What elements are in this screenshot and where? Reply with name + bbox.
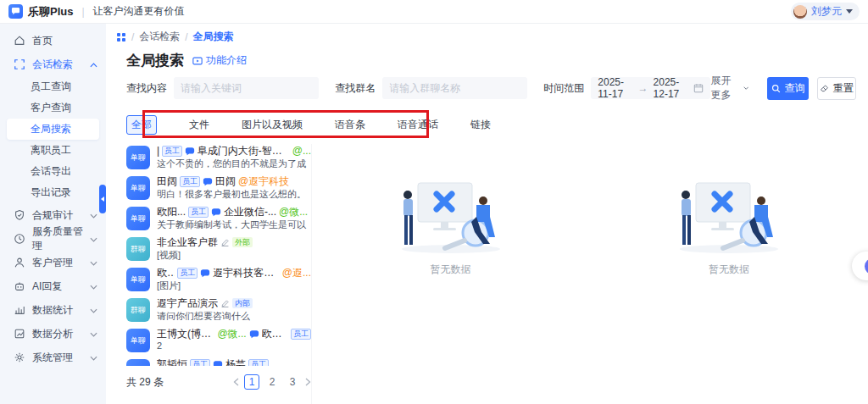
- sidebar-sub-label: 全局搜索: [31, 122, 71, 136]
- app-name: 乐聊Plus: [28, 4, 73, 19]
- group-name-label: 查找群名: [335, 81, 376, 96]
- sidebar-item-system-management[interactable]: 系统管理: [0, 346, 106, 369]
- sidebar-sub-label: 员工查询: [31, 80, 71, 94]
- list-item[interactable]: 群聊遐宇产品演示内部请问你们想要咨询什么: [126, 296, 311, 327]
- chat-type-avatar: 单聊: [126, 268, 150, 291]
- sidebar-item-label: AI回复: [32, 279, 62, 294]
- sidebar-item-label: 首页: [32, 34, 53, 48]
- chat-title-text: 遐宇科技客服...: [213, 266, 280, 279]
- chat-title: 遐宇产品演示内部: [157, 296, 311, 310]
- help-icon: [865, 258, 868, 274]
- group-name-input[interactable]: [382, 77, 527, 99]
- collapse-arrow-icon: [101, 196, 104, 202]
- list-item[interactable]: 单聊欧阳...员工企业微信-...@微...关于教师编制考试，大四学生是可以: [126, 205, 311, 235]
- sidebar-item-session-search[interactable]: 会话检索: [0, 53, 106, 76]
- chat-snippet: 关于教师编制考试，大四学生是可以: [157, 219, 311, 231]
- chat-title-text: 企业微信-...: [224, 205, 276, 219]
- list-item[interactable]: 单聊郭韬恒员工杨芸员工: [126, 357, 311, 366]
- sidebar-item-service-quality[interactable]: 服务质量管理: [0, 227, 106, 251]
- tab-links[interactable]: 链接: [470, 118, 491, 132]
- app-logo: 乐聊Plus: [8, 4, 73, 19]
- user-menu[interactable]: 刘梦元: [791, 3, 860, 20]
- sidebar-item-session-export[interactable]: 会话导出: [0, 161, 106, 182]
- sidebar-item-global-search[interactable]: 全局搜索: [7, 119, 99, 140]
- staff-badge: 员工: [291, 329, 311, 340]
- sidebar-item-export-records[interactable]: 导出记录: [0, 182, 106, 203]
- sidebar: 首页 会话检索 员工查询 客户查询 全局搜索 离职员工 会话导出 导出记录 合规…: [0, 24, 106, 404]
- main-content: / 会话检索 / 全局搜索 全局搜索 功能介绍 查找内容 查找群名 时间范围 2…: [106, 24, 868, 404]
- chat-snippet: 这个不贵的，您的目的不就是为了成: [157, 158, 311, 170]
- sidebar-item-departed-staff[interactable]: 离职员工: [0, 140, 106, 161]
- chat-result-column: 单聊|员工阜成门内大街-智能物...@...这个不贵的，您的目的不就是为了成单聊…: [118, 144, 311, 404]
- content-search-input[interactable]: [174, 77, 319, 99]
- list-item[interactable]: 单聊欧...员工遐宇科技客服...@遐...[图片]: [126, 266, 311, 296]
- chat-title-text: 遐宇产品演示: [157, 296, 218, 310]
- list-item[interactable]: 单聊田阔员工田阔@遐宇科技明白！很多客户最初也是这么想的。: [126, 174, 311, 205]
- sidebar-item-compliance-audit[interactable]: 合规审计: [0, 203, 106, 227]
- user-caret-down-icon: [846, 9, 853, 14]
- date-start: 2025-11-17: [598, 76, 632, 100]
- sidebar-sub-label: 导出记录: [31, 185, 71, 200]
- chat-snippet: [图片]: [157, 279, 311, 292]
- chat-logo-icon: [8, 4, 23, 19]
- mention: @遐宇科技: [238, 174, 289, 188]
- search-button[interactable]: 查询: [767, 77, 809, 100]
- page-button-3[interactable]: 3: [285, 374, 300, 390]
- chat-title-text: 阜成门内大街-智能物...: [198, 144, 290, 158]
- chat-text: |员工阜成门内大街-智能物...@...这个不贵的，您的目的不就是为了成: [157, 144, 311, 170]
- tab-voice-calls[interactable]: 语音通话: [398, 118, 438, 132]
- list-item[interactable]: 单聊王博文(博文...@微...欧阳...员工2: [126, 327, 311, 357]
- list-item[interactable]: 单聊|员工阜成门内大街-智能物...@...这个不贵的，您的目的不就是为了成: [126, 144, 311, 174]
- chat-title-text: 郭韬恒: [157, 357, 187, 366]
- sidebar-item-employee-query[interactable]: 员工查询: [0, 76, 106, 97]
- home-icon: [14, 35, 25, 47]
- next-page-icon[interactable]: [305, 378, 311, 386]
- reset-button[interactable]: 重置: [817, 77, 856, 100]
- page-button-1[interactable]: 1: [244, 374, 259, 390]
- gear-icon: [14, 351, 25, 363]
- result-type-tabs: 全部 文件 图片以及视频 语音条 语音通话 链接: [126, 115, 491, 135]
- empty-panel-2: 暂无数据: [589, 144, 868, 404]
- sidebar-item-ai-reply[interactable]: AI回复: [0, 274, 106, 298]
- content-label: 查找内容: [126, 81, 167, 96]
- date-end: 2025-12-17: [654, 76, 689, 100]
- grid-icon[interactable]: [116, 32, 126, 42]
- sidebar-sub-label: 离职员工: [31, 143, 71, 158]
- staff-badge: 员工: [188, 207, 209, 218]
- chat-type-avatar: 单聊: [126, 176, 150, 200]
- tab-voice-clips[interactable]: 语音条: [335, 118, 365, 132]
- user-avatar: [793, 5, 807, 19]
- shield-icon: [14, 209, 25, 221]
- breadcrumb: / 会话检索 / 全局搜索: [116, 30, 234, 44]
- chat-type-avatar: 群聊: [126, 237, 150, 261]
- chart-icon: [14, 304, 25, 316]
- feature-intro-link[interactable]: 功能介绍: [192, 53, 247, 68]
- total-count: 共 29 条: [126, 375, 164, 390]
- page-header: 全局搜索 功能介绍: [126, 51, 247, 70]
- prev-page-icon[interactable]: [233, 378, 239, 386]
- sidebar-collapse-handle[interactable]: [99, 185, 106, 213]
- wechat-icon: [249, 329, 259, 339]
- edit-icon: [220, 238, 230, 247]
- sidebar-item-label: 合规审计: [32, 208, 73, 223]
- analytics-icon: [14, 328, 25, 340]
- sidebar-item-customer-management[interactable]: 客户管理: [0, 251, 106, 274]
- chat-title: 欧阳...员工企业微信-...@微...: [157, 205, 311, 219]
- sidebar-item-customer-query[interactable]: 客户查询: [0, 97, 106, 119]
- chat-title-text: 欧...: [157, 266, 175, 279]
- expand-more-toggle[interactable]: 展开更多: [710, 74, 748, 102]
- tab-files[interactable]: 文件: [189, 118, 209, 132]
- sidebar-item-home[interactable]: 首页: [0, 29, 106, 53]
- list-item[interactable]: 群聊非企业客户群外部[视频]: [126, 235, 311, 266]
- page-button-2[interactable]: 2: [264, 374, 280, 390]
- sidebar-item-data-statistics[interactable]: 数据统计: [0, 298, 106, 322]
- sidebar-item-data-analysis[interactable]: 数据分析: [0, 322, 106, 346]
- date-range-picker[interactable]: 2025-11-17 → 2025-12-17: [591, 77, 710, 99]
- breadcrumb-section[interactable]: 会话检索: [139, 30, 180, 44]
- chat-title-text: 王博文(博文...: [157, 327, 214, 340]
- tab-all[interactable]: 全部: [126, 115, 157, 135]
- edit-icon: [220, 299, 230, 308]
- tab-images-videos[interactable]: 图片以及视频: [242, 118, 303, 132]
- chat-title: 欧...员工遐宇科技客服...@遐...: [157, 266, 311, 279]
- chevron-down-icon: [90, 280, 97, 292]
